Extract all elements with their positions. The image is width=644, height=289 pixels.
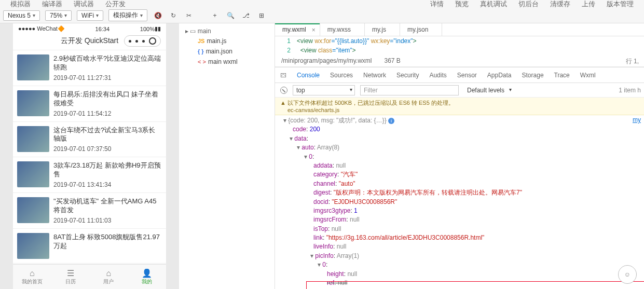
person-icon: 👤: [142, 268, 152, 278]
tab-trace[interactable]: Trace: [554, 72, 570, 79]
close-miniapp-icon[interactable]: [149, 37, 156, 45]
app-top-menu: 模拟器 编译器 调试器 公开发 详情 预览 真机调试 切后台 清缓存 上传 版本…: [0, 0, 644, 8]
menu-simulator[interactable]: 模拟器: [10, 0, 31, 9]
tab-bar: ⌂我的首页 ☰日历 ⌂用户 👤我的: [13, 264, 166, 289]
rotate-icon[interactable]: ↻: [168, 12, 179, 19]
context-select[interactable]: top: [293, 85, 355, 95]
menu-upload[interactable]: 上传: [582, 0, 595, 9]
items-count: 1 item h: [619, 87, 641, 94]
list-item: 2.9秒破百啥水平?比亚迪汉定位高端轿跑2019-07-01 11:27:31: [13, 50, 166, 86]
tab-calendar[interactable]: ☰日历: [51, 265, 90, 289]
phone-status-bar: ●●●●● WeChat🔶 16:34 100% ▮▮: [13, 23, 166, 34]
tab-wxml[interactable]: Wxml: [580, 72, 596, 79]
menu-version[interactable]: 版本管理: [607, 0, 634, 9]
highlight-box: [306, 281, 644, 289]
tab-my-js[interactable]: my.js: [365, 23, 400, 36]
search-icon[interactable]: 🔍: [225, 12, 236, 19]
info-icon[interactable]: i: [388, 118, 394, 124]
branch-icon[interactable]: ⎇: [241, 12, 251, 19]
tab-console[interactable]: Console: [297, 72, 320, 79]
tab-network[interactable]: Network: [363, 72, 386, 79]
item-title: 2.9秒破百啥水平?比亚迪汉定位高端轿跑: [53, 54, 162, 72]
tab-appdata[interactable]: AppData: [487, 72, 512, 79]
clear-console-icon[interactable]: [280, 87, 287, 94]
file-main-js[interactable]: JSmain.js: [181, 36, 272, 46]
devtools-panel: ⮹ Console Sources Network Security Audit…: [275, 67, 644, 289]
simulator-pane: ●●●●● WeChat🔶 16:34 100% ▮▮ 云开发 QuickSta…: [0, 23, 179, 289]
menu-remote[interactable]: 真机调试: [480, 0, 507, 9]
device-select[interactable]: Nexus 5: [3, 10, 40, 21]
battery-icon: ▮▮: [155, 25, 161, 32]
explorer-folder[interactable]: ▸ ▭ main: [185, 27, 211, 35]
tab-home[interactable]: ⌂我的首页: [13, 265, 51, 289]
tab-my-wxss[interactable]: my.wxss: [320, 23, 365, 36]
tab-storage[interactable]: Storage: [522, 72, 544, 79]
menu-preview[interactable]: 预览: [455, 0, 469, 9]
breadcrumb: /miniprogram/pages/my/my.wxml367 B 行 1,: [275, 55, 644, 67]
file-main-json[interactable]: { }main.json: [181, 46, 272, 57]
home-icon: ⌂: [30, 269, 35, 278]
list-item: 这台车绕不过去?试全新宝马3系长轴版2019-07-01 07:37:50: [13, 122, 166, 158]
list-item: 3款车/23.18万起 新款哈弗H9开启预售2019-07-01 13:41:3…: [13, 157, 166, 193]
source-link[interactable]: my: [633, 116, 641, 123]
signal-text: ●●●●● WeChat🔶: [18, 25, 65, 32]
news-feed[interactable]: 2.9秒破百啥水平?比亚迪汉定位高端轿跑2019-07-01 11:27:31 …: [13, 50, 166, 264]
file-explorer: ▸ ▭ main JSmain.js { }main.json < >main …: [179, 23, 275, 289]
top-menu-left: 模拟器 编译器 调试器 公开发: [10, 0, 126, 9]
tab-my-json[interactable]: my.json: [400, 23, 442, 36]
tab-mine[interactable]: 👤我的: [128, 265, 166, 289]
calendar-icon: ☰: [67, 268, 74, 278]
sim-ops-select[interactable]: 模拟操作: [108, 9, 147, 21]
close-icon[interactable]: ×: [312, 26, 316, 34]
top-menu-right: 详情 预览 真机调试 切后台 清缓存 上传 版本管理: [430, 0, 634, 9]
add-icon[interactable]: +: [210, 12, 220, 19]
tab-user[interactable]: ⌂用户: [90, 265, 128, 289]
thumb-image: [17, 54, 49, 80]
levels-select[interactable]: Default levels: [464, 86, 514, 95]
menu-compiler[interactable]: 编译器: [42, 0, 62, 9]
inspect-icon[interactable]: ⮹: [280, 72, 286, 79]
cursor-pos: 行 1,: [626, 57, 639, 66]
capsule-button[interactable]: [124, 35, 161, 47]
simulator-toolbar: Nexus 5 75% WiFi 模拟操作 🔇 ↻ ✂ + 🔍 ⎇ ⊞: [0, 8, 644, 23]
menu-cache[interactable]: 清缓存: [550, 0, 570, 9]
user-icon: ⌂: [106, 269, 112, 278]
console-warning: ▲ 以下文件体积超过 500KB，已跳过压缩以及 ES6 转 ES5 的处理。 …: [275, 98, 644, 115]
list-item: "买发动机送车" 全新一代AMG A45将首发2019-07-01 11:01:…: [13, 193, 166, 229]
network-select[interactable]: WiFi: [77, 10, 103, 21]
tab-security[interactable]: Security: [396, 72, 419, 79]
tab-audits[interactable]: Audits: [429, 72, 446, 79]
menu-bg[interactable]: 切后台: [518, 0, 539, 9]
filter-input[interactable]: Filter: [360, 85, 459, 95]
devtools-tabs: ⮹ Console Sources Network Security Audit…: [275, 67, 644, 83]
menu-publish[interactable]: 公开发: [105, 0, 126, 9]
menu-debugger[interactable]: 调试器: [74, 0, 94, 9]
panel-icon[interactable]: ⊞: [256, 12, 267, 19]
list-item: 每日易乐:后排没有出风口 妹子坐着很难受2019-07-01 11:54:12: [13, 86, 166, 122]
status-time: 16:34: [65, 26, 140, 32]
tab-sensor[interactable]: Sensor: [457, 72, 477, 79]
more-icon[interactable]: [129, 40, 131, 43]
console-output[interactable]: my {code: 200, msg: "成功!", data: {…}} i …: [275, 115, 644, 289]
editor-tabs: my.wxml× my.wxss my.js my.json: [275, 23, 644, 36]
item-date: 2019-07-01 11:27:31: [53, 74, 162, 81]
battery-text: 100%: [140, 26, 155, 32]
page-header: 云开发 QuickStart: [13, 34, 166, 50]
list-item: 8AT首上身 标致5008旗舰版售21.97万起: [13, 229, 166, 264]
assistant-bubble[interactable]: ☺: [618, 265, 637, 284]
page-title: 云开发 QuickStart: [61, 36, 118, 46]
zoom-select[interactable]: 75%: [45, 10, 72, 21]
file-main-wxml[interactable]: < >main wxml: [181, 57, 272, 67]
code-editor[interactable]: 1<view wx:for="{{list.auto}}" wx:key="in…: [275, 36, 644, 55]
tab-sources[interactable]: Sources: [330, 72, 353, 79]
face-icon: ☺: [624, 271, 631, 278]
mute-icon[interactable]: 🔇: [153, 12, 163, 19]
cut-icon[interactable]: ✂: [184, 12, 194, 19]
menu-detail[interactable]: 详情: [430, 0, 444, 9]
tab-my-wxml[interactable]: my.wxml×: [275, 23, 320, 36]
